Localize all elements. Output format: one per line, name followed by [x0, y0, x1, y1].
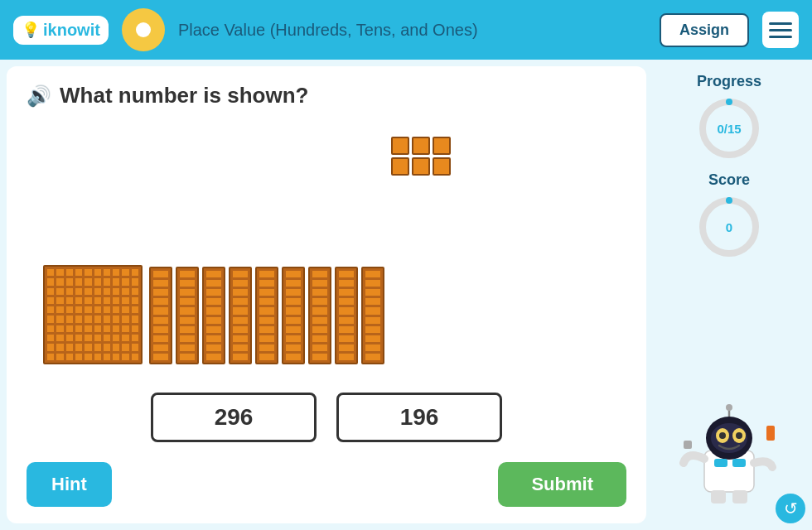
hundred-cell	[56, 277, 64, 286]
hundred-cell	[65, 353, 74, 361]
ten-cell	[285, 279, 302, 287]
ten-cell	[232, 344, 249, 352]
hundred-cell	[103, 325, 111, 333]
question-text: What number is shown?	[60, 83, 308, 108]
ten-cell	[205, 288, 222, 296]
ten-cell	[365, 279, 381, 287]
hundred-cell	[56, 343, 64, 351]
hundred-cell	[131, 296, 139, 305]
svg-rect-12	[766, 426, 775, 441]
hundred-cell	[121, 268, 129, 277]
svg-rect-11	[684, 441, 692, 449]
ten-cell	[232, 306, 249, 315]
svg-rect-13	[714, 459, 727, 467]
hundred-cell	[46, 334, 55, 342]
ten-cell	[365, 270, 381, 278]
hundred-cell	[56, 325, 64, 333]
hundred-cell	[46, 353, 55, 361]
hundred-cell	[46, 325, 55, 333]
ten-cell	[152, 270, 169, 278]
ten-cell	[259, 353, 275, 361]
hundred-cell	[131, 325, 139, 333]
answer-296[interactable]: 296	[151, 393, 317, 442]
ten-cell	[205, 297, 222, 306]
one-block	[412, 157, 430, 176]
ten-cell	[285, 297, 302, 306]
ten-cell	[152, 353, 169, 361]
next-arrow-button[interactable]: ↺	[776, 494, 805, 523]
hundred-cell	[112, 268, 120, 277]
robot-svg	[679, 393, 779, 508]
hundred-cell	[103, 277, 111, 286]
ten-cell	[312, 344, 328, 352]
ten-cell	[179, 270, 196, 278]
sound-icon[interactable]: 🔊	[27, 84, 51, 108]
ten-cell	[312, 335, 328, 343]
action-buttons: Hint Submit	[27, 462, 626, 507]
ten-cell	[259, 297, 275, 306]
submit-button[interactable]: Submit	[498, 462, 626, 507]
hundred-cell	[131, 334, 139, 342]
ten-cell	[179, 353, 196, 361]
ten-cell	[152, 306, 169, 315]
hundred-cell	[84, 306, 92, 314]
svg-point-10	[726, 404, 732, 411]
hundred-cell	[131, 315, 139, 323]
hint-button[interactable]: Hint	[27, 462, 112, 507]
ten-cell	[205, 270, 222, 278]
assign-button[interactable]: Assign	[660, 13, 749, 47]
progress-label: Progress	[697, 73, 761, 90]
ten-cell	[205, 306, 222, 315]
question-panel: 🔊 What number is shown? 296 196 Hint Sub…	[7, 66, 646, 523]
ten-cell	[285, 316, 302, 325]
hundred-cell	[75, 287, 83, 296]
one-block	[412, 137, 430, 155]
ten-blocks-group	[149, 267, 384, 364]
ten-cell	[338, 297, 355, 306]
hundred-cell	[112, 343, 120, 351]
score-value: 0	[726, 220, 732, 234]
svg-rect-16	[732, 490, 747, 504]
hundred-cell	[94, 315, 102, 323]
answer-196[interactable]: 196	[336, 393, 502, 442]
hundred-cell	[121, 334, 129, 342]
ten-cell	[152, 335, 169, 343]
ten-cell	[232, 279, 249, 287]
header-circle-icon	[122, 8, 165, 51]
hundred-cell	[84, 334, 92, 342]
menu-button[interactable]	[762, 12, 799, 48]
ten-block	[308, 267, 331, 364]
hundred-cell	[46, 296, 55, 305]
ten-cell	[312, 279, 328, 287]
app-header: 💡 iknowit Place Value (Hundreds, Tens, a…	[0, 0, 812, 60]
ten-cell	[285, 288, 302, 296]
hundred-cell	[121, 287, 129, 296]
hundred-cell	[65, 296, 74, 305]
one-block	[433, 137, 451, 155]
ten-cell	[179, 335, 196, 343]
hundred-cell	[65, 315, 74, 323]
ten-block	[361, 267, 384, 364]
hundred-cell	[112, 353, 120, 361]
hundred-cell	[112, 296, 120, 305]
ten-cell	[205, 325, 222, 334]
hundred-cell	[131, 268, 139, 277]
ten-cell	[312, 297, 328, 306]
ten-cell	[152, 279, 169, 287]
ten-cell	[338, 316, 355, 325]
hundred-cell	[121, 325, 129, 333]
ten-cell	[179, 288, 196, 296]
svg-rect-15	[711, 490, 726, 504]
ten-cell	[232, 325, 249, 334]
hundred-cell	[84, 287, 92, 296]
hundred-cell	[56, 296, 64, 305]
ten-cell	[312, 270, 328, 278]
hundred-cell	[84, 343, 92, 351]
hundred-cell	[65, 343, 74, 351]
hundred-cell	[84, 268, 92, 277]
hundred-cell	[121, 353, 129, 361]
ten-cell	[205, 344, 222, 352]
ten-cell	[232, 335, 249, 343]
ten-block	[176, 267, 199, 364]
ten-cell	[365, 297, 381, 306]
